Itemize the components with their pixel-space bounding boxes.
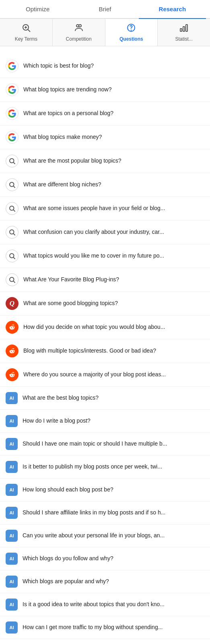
ai-icon: AI (6, 415, 18, 427)
subtab-questions-label: Questions (119, 36, 143, 42)
google-icon (6, 107, 19, 120)
svg-point-15 (10, 206, 14, 211)
svg-point-17 (10, 230, 14, 234)
subtab-key-terms[interactable]: Key Terms (0, 19, 53, 46)
key-terms-icon (21, 23, 31, 35)
question-item[interactable]: How did you decide on what topic you wou… (0, 316, 210, 339)
statistics-icon (179, 23, 189, 35)
ai-icon: AI (6, 621, 18, 634)
questions-icon (126, 23, 136, 35)
subtab-questions[interactable]: Questions (105, 19, 158, 46)
svg-point-5 (79, 25, 81, 27)
question-text: What blog topics make money? (23, 133, 204, 141)
svg-point-21 (10, 277, 14, 282)
question-item[interactable]: AI Should I share affiliate links in my … (0, 502, 210, 524)
question-item[interactable]: What are topics on a personal blog? (0, 102, 210, 126)
questions-list: Which topic is best for blog? What blog … (0, 54, 210, 639)
question-text: What are some issues people have in your… (23, 204, 204, 213)
sub-tab-bar: Key Terms Competition Questions (0, 19, 210, 46)
question-item[interactable]: AI How long should each blog post be? (0, 479, 210, 502)
search-icon (6, 202, 19, 215)
search-icon (6, 155, 19, 167)
question-item[interactable]: What Are Your Favorite Blog Plug-ins? (0, 268, 210, 292)
subtab-competition[interactable]: Competition (53, 19, 105, 46)
question-item[interactable]: Where do you source a majority of your b… (0, 363, 210, 387)
question-text: How can I get more traffic to my blog wi… (23, 623, 204, 632)
question-item[interactable]: Q What are some good blogging topics? (0, 292, 210, 316)
question-item[interactable]: AI How do I write a blog post? (0, 410, 210, 433)
question-text: What are different blog niches? (23, 181, 204, 189)
ai-icon: AI (6, 553, 18, 565)
question-item[interactable]: AI Which blogs are popular and why? (0, 570, 210, 593)
question-text: Which topic is best for blog? (23, 62, 204, 70)
question-text: Should I share affiliate links in my blo… (23, 509, 204, 517)
question-text: What are some good blogging topics? (23, 299, 204, 308)
search-icon (6, 250, 19, 262)
svg-line-1 (28, 30, 30, 32)
ai-icon: AI (6, 392, 18, 404)
ai-icon: AI (6, 599, 18, 611)
ai-icon: AI (6, 576, 18, 588)
svg-rect-10 (186, 25, 187, 31)
question-item[interactable]: AI Can you write about your personal lif… (0, 524, 210, 547)
google-icon (6, 131, 19, 144)
question-text: What are topics on a personal blog? (23, 109, 204, 118)
question-text: What confusion can you clarify about you… (23, 228, 204, 236)
search-icon (6, 178, 19, 191)
ai-icon: AI (6, 507, 18, 519)
question-item[interactable]: AI Is it a good idea to write about topi… (0, 593, 210, 616)
question-item[interactable]: AI How can I get more traffic to my blog… (0, 616, 210, 639)
google-icon (6, 83, 19, 96)
tab-optimize[interactable]: Optimize (4, 0, 71, 18)
google-icon (6, 60, 19, 72)
svg-line-22 (13, 281, 15, 283)
question-text: Blog with multiple topics/interests. Goo… (23, 347, 204, 355)
svg-line-16 (13, 210, 15, 211)
question-text: How long should each blog post be? (23, 486, 204, 494)
question-item[interactable]: What confusion can you clarify about you… (0, 221, 210, 244)
question-item[interactable]: AI Should I have one main topic or shoul… (0, 433, 210, 456)
question-item[interactable]: What blog topics make money? (0, 126, 210, 149)
question-text: Which blogs do you follow and why? (23, 555, 204, 563)
top-tab-bar: Optimize Brief Research (0, 0, 210, 19)
subtab-competition-label: Competition (66, 36, 92, 42)
question-item[interactable]: What blog topics are trending now? (0, 78, 210, 102)
competition-icon (74, 23, 84, 35)
svg-line-18 (13, 233, 15, 235)
question-item[interactable]: AI Which blogs do you follow and why? (0, 547, 210, 570)
question-text: Where do you source a majority of your b… (23, 371, 204, 379)
question-text: How do I write a blog post? (23, 417, 204, 425)
svg-point-19 (10, 254, 14, 258)
search-icon (6, 226, 19, 239)
reddit-icon (6, 321, 19, 334)
question-text: Is it better to publish my blog posts on… (23, 463, 204, 471)
question-item[interactable]: What are some issues people have in your… (0, 197, 210, 221)
question-text: Can you write about your personal life i… (23, 532, 204, 540)
ai-icon: AI (6, 461, 18, 473)
svg-point-13 (10, 182, 14, 187)
subtab-key-terms-label: Key Terms (15, 36, 37, 42)
question-item[interactable]: What are the most popular blog topics? (0, 149, 210, 173)
question-text: How did you decide on what topic you wou… (23, 323, 204, 331)
tab-brief[interactable]: Brief (71, 0, 138, 18)
question-text: What are the best blog topics? (23, 394, 204, 402)
question-text: What Are Your Favorite Blog Plug-ins? (23, 276, 204, 284)
question-item[interactable]: Which topic is best for blog? (0, 54, 210, 78)
svg-point-11 (10, 159, 14, 163)
question-item[interactable]: AI Is it better to publish my blog posts… (0, 456, 210, 479)
question-item[interactable]: What topics would you like me to cover i… (0, 244, 210, 268)
spacer (0, 46, 210, 54)
svg-rect-9 (183, 27, 185, 31)
question-text: What are the most popular blog topics? (23, 157, 204, 165)
ai-icon: AI (6, 484, 18, 496)
quora-icon: Q (6, 297, 19, 310)
question-item[interactable]: AI What are the best blog topics? (0, 387, 210, 410)
question-text: Should I have one main topic or should I… (23, 440, 204, 448)
question-item[interactable]: Blog with multiple topics/interests. Goo… (0, 339, 210, 363)
tab-research[interactable]: Research (139, 0, 206, 18)
subtab-statistics[interactable]: Statist... (158, 19, 210, 46)
question-text: Is it a good idea to write about topics … (23, 601, 204, 609)
question-item[interactable]: What are different blog niches? (0, 173, 210, 197)
reddit-icon (6, 345, 19, 357)
svg-line-20 (13, 257, 15, 259)
